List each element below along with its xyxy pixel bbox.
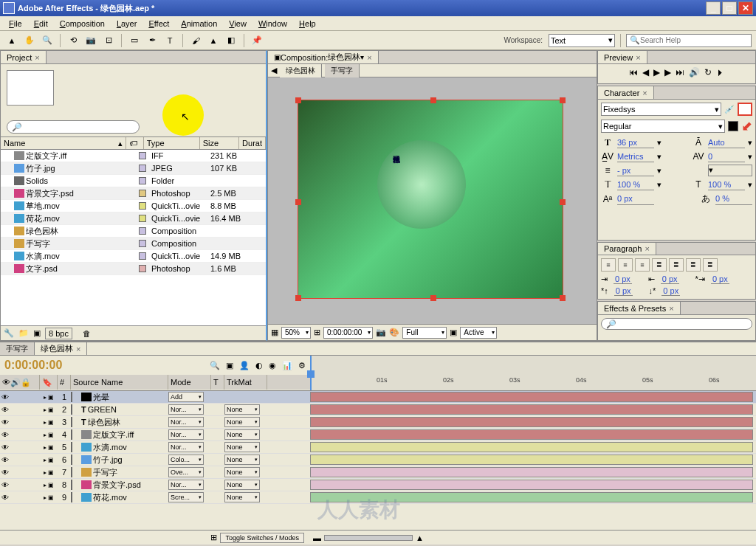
interpret-icon[interactable]: 🔧 [4, 328, 14, 338]
active-camera[interactable]: Active [460, 327, 497, 339]
time-ruler[interactable]: 01s02s03s04s05s06s [310, 356, 756, 390]
visibility-icon[interactable]: 👁 [1, 406, 9, 414]
kerning[interactable]: Metrics [617, 151, 654, 162]
stroke-color[interactable] [728, 121, 738, 131]
indent-first[interactable]: 0 px [711, 274, 729, 284]
composition-viewer[interactable]: 绿色园林书法 [268, 77, 597, 324]
workspace-select[interactable]: Text▾ [549, 34, 615, 47]
project-tab[interactable]: Project× [1, 51, 47, 63]
snapshot-icon[interactable]: 📷 [376, 328, 386, 337]
prev-frame-button[interactable]: ◀ [642, 67, 649, 77]
puppet-tool[interactable]: 📌 [250, 33, 264, 48]
comp-icon[interactable]: ▣ [33, 328, 41, 338]
font-size[interactable]: 36 px [617, 136, 654, 148]
justify-right-button[interactable]: ≣ [686, 258, 701, 272]
folder-icon[interactable]: 📁 [18, 328, 29, 338]
vscale[interactable]: 100 % [617, 179, 654, 190]
visibility-icon[interactable]: 👁 [1, 494, 9, 502]
menu-composition[interactable]: Composition [54, 18, 111, 30]
minimize-button[interactable]: _ [706, 1, 721, 15]
layer-row[interactable]: 👁 ▸ ▣ 3 T 绿色园林 Nor... None [0, 416, 756, 429]
text-tool[interactable]: T [162, 33, 177, 48]
space-before[interactable]: 0 px [614, 286, 633, 296]
canvas[interactable]: 绿色园林书法 [298, 100, 563, 299]
baseline[interactable]: 0 px [617, 193, 654, 205]
eraser-tool[interactable]: ◧ [224, 33, 238, 48]
menu-file[interactable]: File [3, 18, 28, 30]
layer-row[interactable]: 👁 ▸ ▣ 5 水滴.mov Nor... None [0, 441, 756, 454]
timeline-tab[interactable]: 手写字 [0, 342, 35, 355]
layer-row[interactable]: 👁 ▸ ▣ 4 定版文字.iff Nor... None [0, 429, 756, 441]
menu-window[interactable]: Window [252, 18, 293, 30]
grid-icon[interactable]: ▦ [271, 328, 278, 337]
shy-icon[interactable]: 👤 [239, 361, 250, 370]
paragraph-tab[interactable]: Paragraph× [598, 243, 656, 255]
zoom-select[interactable]: 50% [281, 327, 311, 339]
clone-tool[interactable]: ▲ [206, 33, 221, 48]
align-center-button[interactable]: ≡ [618, 258, 633, 272]
blend-mode-select[interactable]: Add [168, 392, 204, 402]
align-right-button[interactable]: ≡ [635, 258, 650, 272]
visibility-icon[interactable]: 👁 [1, 481, 9, 489]
composition-tab[interactable]: ▣ Composition: 绿色园林 ▾× [268, 51, 379, 63]
visibility-icon[interactable]: 👁 [1, 393, 9, 401]
visibility-icon[interactable]: 👁 [1, 443, 9, 452]
menu-effect[interactable]: Effect [142, 18, 175, 30]
layer-row[interactable]: 👁 ▸ ▣ 1 光晕 Add [0, 391, 756, 404]
res-icon[interactable]: ⊞ [314, 328, 320, 337]
camera-tool[interactable]: 📷 [83, 33, 98, 48]
frame-blend-icon[interactable]: ◐ [255, 361, 263, 370]
project-item[interactable]: 竹子.jpg JPEG107 KB [1, 162, 266, 175]
zoom-slider[interactable] [324, 535, 413, 541]
bpc-button[interactable]: 8 bpc [45, 328, 72, 339]
justify-center-button[interactable]: ≣ [669, 258, 684, 272]
playhead[interactable] [310, 356, 312, 390]
audio-button[interactable]: 🔊 [689, 67, 700, 77]
effects-tab[interactable]: Effects & Presets× [598, 302, 681, 314]
timecode[interactable]: 0:00:00:00 [4, 359, 62, 372]
project-item[interactable]: 荷花.mov QuickTi...ovie16.4 MB [1, 212, 266, 225]
preview-tab[interactable]: Preview× [598, 51, 647, 63]
project-item[interactable]: 背景文字.psd Photoshop2.5 MB [1, 187, 266, 200]
zoom-out-icon[interactable]: ▬ [313, 533, 321, 542]
trash-icon[interactable]: 🗑 [83, 329, 91, 338]
channel-icon[interactable]: 🎨 [389, 328, 399, 337]
comp-subtab-active[interactable]: 绿色园林 [280, 64, 322, 77]
zoom-in-icon[interactable]: ▲ [416, 533, 424, 542]
pan-behind-tool[interactable]: ⊡ [101, 33, 116, 48]
blend-mode-select[interactable]: Nor... [168, 442, 204, 452]
close-icon[interactable]: × [367, 53, 371, 62]
search-help-input[interactable] [640, 36, 748, 44]
blend-mode-select[interactable]: Scre... [168, 492, 204, 502]
first-frame-button[interactable]: ⏮ [629, 67, 638, 77]
menu-animation[interactable]: Animation [175, 18, 223, 30]
layer-row[interactable]: 👁 ▸ ▣ 8 背景文字.psd Nor... None [0, 479, 756, 491]
visibility-icon[interactable]: 👁 [1, 431, 9, 439]
tsume[interactable]: 0 % [715, 193, 752, 205]
menu-layer[interactable]: Layer [111, 18, 143, 30]
align-left-button[interactable]: ≡ [601, 258, 616, 272]
blend-mode-select[interactable]: Colo... [168, 455, 204, 465]
graph-icon[interactable]: 📊 [282, 361, 292, 370]
brainstorm-icon[interactable]: ⚙ [298, 361, 306, 370]
leading[interactable]: Auto [708, 136, 745, 148]
pen-tool[interactable]: ✒ [145, 33, 159, 48]
indent-left[interactable]: 0 px [614, 274, 632, 284]
switches-icon[interactable]: ⊞ [210, 533, 217, 542]
tracking[interactable]: 0 [708, 151, 745, 162]
resolution-select[interactable]: Full [402, 327, 447, 339]
rect-tool[interactable]: ▭ [127, 33, 142, 48]
menu-view[interactable]: View [223, 18, 252, 30]
menu-edit[interactable]: Edit [28, 18, 54, 30]
hand-tool[interactable]: ✋ [22, 33, 37, 48]
play-button[interactable]: ▶ [653, 67, 660, 77]
project-item[interactable]: Solids Folder [1, 175, 266, 187]
character-tab[interactable]: Character× [598, 86, 654, 99]
zoom-tool[interactable]: 🔍 [40, 33, 55, 48]
effects-search[interactable]: 🔎 [601, 318, 752, 330]
stroke-width[interactable]: - px [617, 165, 654, 176]
search-icon[interactable]: 🔍 [210, 361, 220, 370]
next-frame-button[interactable]: ▶ [664, 67, 671, 77]
visibility-icon[interactable]: 👁 [1, 418, 9, 426]
project-search[interactable]: 🔎 [7, 120, 140, 134]
